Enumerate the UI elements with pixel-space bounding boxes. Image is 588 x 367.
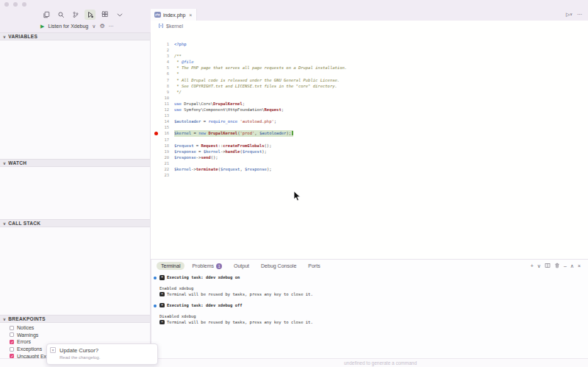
section-header-watch[interactable]: ∨ WATCH [0,159,150,167]
breakpoint-checkbox[interactable] [10,332,14,337]
debug-config-label[interactable]: Listen for Xdebug [48,24,88,29]
traffic-light-minimize-icon[interactable] [13,2,18,7]
search-icon[interactable] [55,10,66,20]
line-number[interactable]: 11 [151,101,169,107]
task-marker-icon: * [159,275,165,280]
code-line-23[interactable]: 23 [151,172,588,178]
line-number[interactable]: 16 [151,130,169,136]
minimize-panel-icon[interactable]: – [564,263,567,268]
update-notification[interactable]: × Update Cursor? Read the changelog. [46,343,158,365]
line-number[interactable]: 14 [151,118,169,124]
line-number[interactable]: 7 [151,77,169,83]
close-panel-icon[interactable]: × [578,263,581,268]
line-number[interactable]: 19 [151,149,169,154]
breakpoint-checkbox[interactable] [10,326,14,330]
code-line-8[interactable]: 8 * See COPYRIGHT.txt and LICENSE.txt fi… [151,83,588,89]
line-number[interactable]: 3 [151,53,169,59]
line-number[interactable]: 17 [151,137,169,143]
chevron-down-icon[interactable]: ∨ [92,24,96,29]
line-number[interactable]: 5 [151,65,169,71]
section-header-breakpoints[interactable]: ∨ BREAKPOINTS [0,315,150,323]
code-line-22[interactable]: 22$kernel->terminate($request, $response… [151,166,588,172]
close-tab-icon[interactable]: × [189,13,192,18]
code-line-18[interactable]: 18$request = Request::createFromGlobals(… [151,143,588,149]
code-line-21[interactable]: 21 [151,160,588,166]
code-line-6[interactable]: 6 * [151,71,588,76]
code-line-2[interactable]: 2 [151,47,588,53]
watch-content[interactable] [0,168,150,219]
panel-tab-ports[interactable]: Ports [304,262,324,270]
panel-tab-debug-console[interactable]: Debug Console [257,262,301,270]
command-decoration-icon[interactable] [154,277,157,279]
line-number[interactable]: 23 [151,172,169,178]
code-line-11[interactable]: 11use Drupal\Core\DrupalKernel; [151,101,588,107]
breakpoint-dot-icon[interactable] [154,132,158,135]
line-number[interactable]: 10 [151,95,169,101]
terminal-output[interactable]: *Executing task: ddev xdebug onEnabled x… [151,273,588,354]
breakpoint-row-warnings[interactable]: Warnings [0,332,150,339]
line-number[interactable]: 9 [151,89,169,95]
code-line-16[interactable]: 16$kernel = new DrupalKernel('prod', $au… [151,130,588,136]
code-line-3[interactable]: 3/** [151,53,588,59]
panel-tab-problems[interactable]: Problems1 [187,262,226,271]
toast-subtitle-link[interactable]: Read the changelog. [60,355,100,360]
code-line-14[interactable]: 14$autoloader = require_once 'autoload.p… [151,118,588,124]
start-debugging-icon[interactable]: ▶ [40,24,44,29]
code-line-15[interactable]: 15 [151,124,588,130]
breakpoint-checkbox[interactable] [10,347,14,352]
launch-profile-icon[interactable]: ∨ [537,263,541,269]
explorer-icon[interactable] [40,10,51,20]
extensions-icon[interactable] [99,10,110,20]
section-header-variables[interactable]: ∨ VARIABLES [0,32,150,40]
line-number[interactable]: 6 [151,71,169,76]
traffic-light-close-icon[interactable] [4,2,9,7]
line-number[interactable]: 21 [151,160,169,166]
call-stack-content[interactable] [0,228,150,315]
line-number[interactable]: 4 [151,59,169,65]
breakpoint-row-notices[interactable]: Notices [0,324,150,332]
code-line-9[interactable]: 9 */ [151,89,588,95]
code-editor[interactable]: 1<?php23/**4 * @file5 * The PHP page tha… [151,31,588,259]
code-line-5[interactable]: 5 * The PHP page that serves all page re… [151,65,588,71]
section-header-call-stack[interactable]: ∨ CALL STACK [0,219,150,227]
more-views-icon[interactable] [114,10,125,20]
split-terminal-icon[interactable] [545,263,551,269]
chevron-down-icon: ∨ [3,161,6,165]
gear-icon[interactable]: ⚙ [99,23,104,29]
panel-tab-output[interactable]: Output [229,262,254,270]
more-actions-icon[interactable]: ⋯ [109,24,114,29]
breadcrumb[interactable]: $kernel [158,21,183,30]
line-number[interactable]: 22 [151,166,169,172]
line-number[interactable]: 8 [151,83,169,89]
code-line-13[interactable]: 13 [151,113,588,118]
code-line-7[interactable]: 7 * All Drupal code is released under th… [151,77,588,83]
code-line-20[interactable]: 20$response->send(); [151,154,588,160]
traffic-light-zoom-icon[interactable] [22,2,26,7]
code-line-12[interactable]: 12use Symfony\Component\HttpFoundation\R… [151,107,588,113]
source-control-icon[interactable] [70,10,81,20]
line-number[interactable]: 15 [151,124,169,130]
close-icon[interactable]: × [50,347,56,353]
line-number[interactable]: 18 [151,143,169,149]
kill-terminal-icon[interactable] [554,263,560,269]
line-number[interactable]: 12 [151,107,169,113]
line-number[interactable]: 13 [151,113,169,118]
tab-index-php[interactable]: php index.php × [151,9,197,21]
run-debug-icon[interactable] [85,10,96,20]
code-line-10[interactable]: 10 [151,95,588,101]
maximize-panel-icon[interactable]: ∧ [570,263,574,269]
breakpoint-checkbox[interactable] [10,340,14,344]
variables-content[interactable] [0,41,150,159]
line-number[interactable]: 20 [151,154,169,160]
panel-tab-terminal[interactable]: Terminal [157,262,184,270]
code-line-19[interactable]: 19$response = $kernel->handle($request); [151,149,588,154]
line-number[interactable]: 2 [151,47,169,53]
code-line-4[interactable]: 4 * @file [151,59,588,65]
command-decoration-icon[interactable] [154,304,157,307]
run-or-debug-icon[interactable]: ▷∨ [566,12,573,18]
editor-more-actions-icon[interactable]: ⋯ [577,12,582,18]
code-line-1[interactable]: 1<?php [151,41,588,47]
new-terminal-icon[interactable]: + [531,263,534,268]
code-line-17[interactable]: 17 [151,137,588,143]
line-number[interactable]: 1 [151,41,169,47]
